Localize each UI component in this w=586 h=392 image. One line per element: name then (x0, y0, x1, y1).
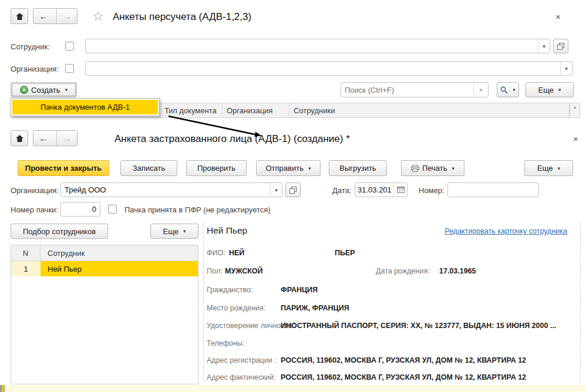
pfr-accepted-label: Пачка принята в ПФР (не редактируется) (124, 205, 271, 214)
export-button[interactable]: Выгрузить (329, 160, 387, 176)
window1-title: Анкеты персучета (АДВ-1,2,3) (113, 11, 251, 23)
more-button-label: Еще (537, 164, 553, 173)
employee-checkbox[interactable] (65, 42, 74, 50)
forward-button[interactable]: → (56, 9, 77, 23)
organization-checkbox[interactable] (65, 64, 74, 73)
search-input[interactable] (341, 83, 473, 97)
table-header-organization[interactable]: Организация (223, 103, 289, 117)
employee-row-name[interactable]: Ней Пьер (41, 261, 198, 276)
organization-combobox[interactable]: ▾ (60, 183, 282, 197)
printer-icon (411, 165, 419, 172)
scroll-up-button[interactable]: ▲ (570, 103, 580, 118)
back-icon: ← (39, 133, 48, 143)
send-button[interactable]: Отправить ▾ (256, 160, 321, 176)
search-clear-icon[interactable]: × (473, 83, 488, 97)
date-field[interactable] (355, 183, 407, 197)
home-button[interactable] (11, 8, 28, 24)
batch-number-field[interactable] (60, 202, 100, 217)
table-header-employees[interactable]: Сотрудники (289, 103, 569, 117)
window1-close-icon[interactable]: × (555, 12, 561, 21)
menu-item-adv1-batch[interactable]: Пачка документов АДВ-1 (12, 100, 158, 114)
batch-number-input[interactable] (61, 202, 100, 216)
pick-employees-button[interactable]: Подбор сотрудников (11, 224, 108, 239)
back-button[interactable]: ← (33, 9, 53, 23)
organization-combobox[interactable]: ▾ (85, 61, 572, 76)
citizenship-value: ФРАНЦИЯ (281, 286, 318, 294)
employee-row[interactable]: 1 Ней Пьер (11, 261, 198, 276)
forward-button[interactable]: → (56, 131, 77, 146)
home-icon (16, 135, 23, 142)
employees-table-header: N Сотрудник (11, 245, 198, 261)
first-name-value: ПЬЕР (335, 249, 355, 257)
birth-place-value: ПАРИЖ, ФРАНЦИЯ (281, 304, 349, 312)
pick-employees-label: Подбор сотрудников (23, 227, 96, 236)
bottom-status-strip (0, 385, 586, 392)
calendar-icon[interactable] (393, 183, 407, 197)
magnifier-icon (500, 86, 508, 94)
window2-more-button[interactable]: Еще ▾ (524, 160, 573, 176)
identity-doc-value: ИНОСТРАННЫЙ ПАСПОРТ, СЕРИЯ: XX, № 123777… (281, 322, 556, 330)
date-input[interactable] (355, 183, 393, 197)
check-label: Проверить (197, 164, 235, 173)
nav-button-group: ← → (33, 8, 78, 24)
search-options-button[interactable]: ▾ (497, 82, 519, 97)
create-button[interactable]: + Создать ▾ (11, 82, 77, 97)
column-header-n[interactable]: N (11, 245, 41, 261)
last-name-value: НЕЙ (229, 249, 244, 257)
window2-close-icon[interactable]: × (573, 134, 578, 143)
left-panel-more-button[interactable]: Еще ▾ (150, 224, 198, 239)
print-label: Печать (422, 164, 447, 173)
chevron-down-icon[interactable]: ▾ (560, 62, 572, 75)
scroll-up-icon: ▲ (573, 105, 577, 109)
gender-label: Пол: (207, 267, 222, 275)
organization-input[interactable] (61, 183, 270, 197)
chevron-down-icon[interactable]: ▾ (270, 183, 282, 197)
chevron-down-icon: ▾ (65, 87, 68, 93)
save-button[interactable]: Записать (120, 160, 177, 176)
chevron-down-icon: ▾ (513, 87, 516, 93)
employee-row-number[interactable]: 1 (11, 261, 41, 276)
home-button[interactable] (11, 130, 28, 146)
export-label: Выгрузить (339, 164, 376, 173)
create-button-label: Создать (31, 86, 60, 94)
right-panel-edge (580, 223, 581, 383)
fio-label: ФИО: (207, 249, 225, 257)
panel-splitter[interactable] (203, 223, 204, 383)
back-button[interactable]: ← (33, 131, 53, 146)
post-and-close-button[interactable]: Провести и закрыть (18, 160, 109, 176)
organization-open-button[interactable] (285, 183, 301, 197)
nav-button-group: ← → (33, 130, 78, 146)
window1-more-button[interactable]: Еще ▾ (526, 82, 574, 97)
person-name: Ней Пьер (207, 225, 247, 236)
birth-date-value: 17.03.1965 (439, 267, 476, 275)
post-and-close-label: Провести и закрыть (25, 164, 102, 173)
check-button[interactable]: Проверить (186, 160, 247, 176)
organization-label: Организация: (11, 186, 59, 195)
fact-address-value: РОССИЯ, 119602, МОСКВА Г, РУЗСКАЯ УЛ, ДО… (281, 373, 526, 381)
organization-input[interactable] (86, 62, 560, 75)
pfr-accepted-checkbox[interactable] (108, 205, 117, 214)
employee-input[interactable] (86, 39, 538, 53)
edit-employee-card-link[interactable]: Редактировать карточку сотрудника (444, 227, 567, 235)
table-header-doc-type[interactable]: Тип документа (160, 103, 223, 117)
number-field[interactable] (447, 183, 539, 197)
phones-label: Телефоны: (207, 339, 244, 347)
employee-open-button[interactable] (553, 39, 568, 53)
print-button[interactable]: Печать ▾ (401, 160, 464, 176)
chevron-down-icon: ▾ (557, 165, 560, 171)
favorite-star-icon[interactable]: ☆ (92, 9, 104, 24)
column-header-employee[interactable]: Сотрудник (41, 245, 198, 261)
search-box[interactable]: × (341, 82, 489, 97)
employee-combobox[interactable]: ▾ (85, 39, 550, 53)
more-button-label: Еще (538, 86, 554, 94)
fact-address-label: Адрес фактический: (207, 373, 275, 381)
chevron-down-icon[interactable]: ▾ (538, 39, 550, 53)
home-icon (16, 13, 23, 20)
plus-icon: + (20, 86, 28, 94)
birth-place-label: Место рождения: (207, 304, 265, 312)
citizenship-label: Гражданство: (207, 286, 252, 294)
number-label: Номер: (419, 186, 444, 195)
number-input[interactable] (448, 183, 538, 197)
back-icon: ← (39, 11, 48, 21)
reg-address-label: Адрес регистрации : (207, 356, 277, 364)
